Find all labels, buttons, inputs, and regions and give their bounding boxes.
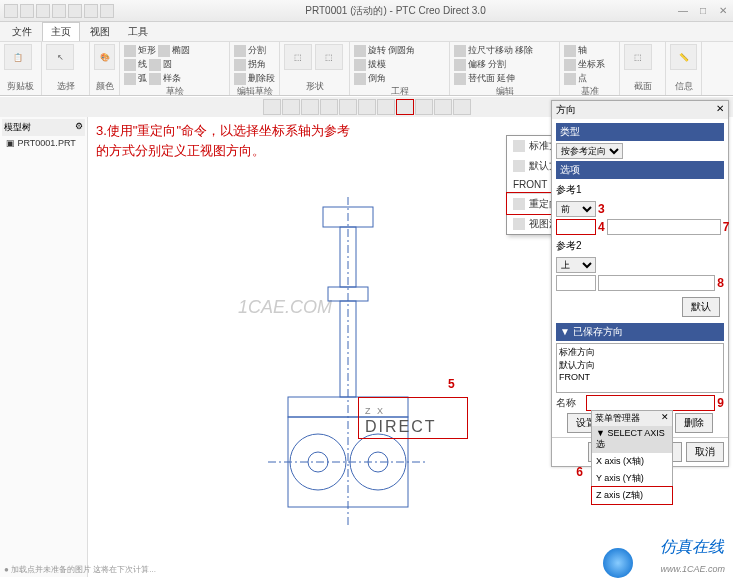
annotation-8: 8 [717, 276, 724, 290]
menu-tabs: 文件 主页 视图 工具 [0, 22, 733, 42]
delete-button[interactable]: 删除 [675, 413, 713, 433]
default-view-icon [513, 160, 525, 172]
type-section: 类型 [556, 123, 724, 141]
reorient-icon [513, 198, 525, 210]
window-controls: — □ ✕ [677, 5, 729, 16]
delete-seg-icon[interactable] [234, 73, 246, 85]
drawing-label: Z X DIRECT [358, 397, 468, 439]
selpanel-close-icon[interactable]: ✕ [661, 412, 669, 425]
tab-home[interactable]: 主页 [42, 22, 80, 41]
prev-view-icon[interactable] [377, 99, 395, 115]
group-section: 截面 [624, 80, 661, 93]
selpanel-title: 菜单管理器✕ [592, 411, 672, 426]
tab-view[interactable]: 视图 [82, 23, 118, 41]
ref1-pick[interactable] [556, 219, 596, 235]
tree-settings-icon[interactable]: ⚙ [75, 121, 83, 134]
select-button[interactable]: ↖ [46, 44, 74, 70]
ref1-value[interactable] [607, 219, 721, 235]
circle-icon[interactable] [149, 59, 161, 71]
qat-refresh-icon[interactable] [84, 4, 98, 18]
window-title: PRT0001 (活动的) - PTC Creo Direct 3.0 [114, 4, 677, 18]
saved-views-icon[interactable] [396, 99, 414, 115]
name-label: 名称 [556, 396, 584, 410]
extrude-button[interactable]: ⬚ [284, 44, 312, 70]
drawing-area: Z X DIRECT [228, 197, 468, 527]
rect-icon[interactable] [124, 45, 136, 57]
group-edit-sketch: 编辑草绘 [234, 85, 275, 98]
standard-view-icon [513, 140, 525, 152]
pan-icon[interactable] [339, 99, 357, 115]
measure-button[interactable]: 📏 [670, 44, 697, 70]
status-bar: ● 加载点并未准备的图片 这将在下次计算... [0, 564, 156, 580]
group-clipboard: 剪贴板 [4, 80, 37, 93]
qat-save-icon[interactable] [36, 4, 50, 18]
tab-tools[interactable]: 工具 [120, 23, 156, 41]
saved-section[interactable]: ▼ 已保存方向 [556, 323, 724, 341]
zoom-fit-icon[interactable] [301, 99, 319, 115]
name-input[interactable] [586, 395, 715, 411]
ref1-direction[interactable]: 前 [556, 201, 596, 217]
zoom-window-icon[interactable] [320, 99, 338, 115]
saved-views-list[interactable]: 标准方向 默认方向 FRONT [556, 343, 724, 393]
brand-logo: 仿真在线 www.1CAE.com [660, 537, 725, 576]
qat-open-icon[interactable] [20, 4, 34, 18]
replace-icon[interactable] [454, 73, 466, 85]
instruction-text: 3.使用"重定向"命令，以选择坐标系轴为参考 的方式分别定义正视图方向。 [96, 121, 350, 160]
move-dim-icon[interactable] [454, 45, 466, 57]
draft-icon[interactable] [354, 59, 366, 71]
split-icon[interactable] [234, 45, 246, 57]
sweep-button[interactable]: ⬚ [315, 44, 343, 70]
axis-icon[interactable] [564, 45, 576, 57]
annotation-icon[interactable] [453, 99, 471, 115]
revolve-icon[interactable] [354, 45, 366, 57]
zoom-out-icon[interactable] [282, 99, 300, 115]
maximize-button[interactable]: □ [697, 5, 709, 16]
options-section: 选项 [556, 161, 724, 179]
selpanel-subtitle: ▼ SELECT AXIS 选 [592, 426, 672, 453]
rotate-icon[interactable] [358, 99, 376, 115]
group-sketch: 草绘 [124, 85, 225, 98]
qat-close-icon[interactable] [100, 4, 114, 18]
qat-new-icon[interactable] [4, 4, 18, 18]
group-color: 颜色 [94, 80, 115, 93]
ref2-pick[interactable] [556, 275, 596, 291]
annotation-5: 5 [448, 377, 455, 391]
chamfer-icon[interactable] [354, 73, 366, 85]
spline-icon[interactable] [149, 73, 161, 85]
ref2-value[interactable] [598, 275, 715, 291]
default-button[interactable]: 默认 [682, 297, 720, 317]
color-button[interactable]: 🎨 [94, 44, 115, 70]
csys-icon[interactable] [564, 59, 576, 71]
sel-z-axis[interactable]: Z axis (Z轴) [592, 487, 672, 504]
ellipse-icon[interactable] [158, 45, 170, 57]
annotation-3: 3 [598, 202, 605, 216]
qat-redo-icon[interactable] [68, 4, 82, 18]
ref2-direction[interactable]: 上 [556, 257, 596, 273]
tree-item[interactable]: ▣ PRT0001.PRT [2, 136, 85, 150]
type-select[interactable]: 按参考定向 [556, 143, 623, 159]
titlebar: PRT0001 (活动的) - PTC Creo Direct 3.0 — □ … [0, 0, 733, 22]
corner-icon[interactable] [234, 59, 246, 71]
panel-title: 方向 ✕ [552, 101, 728, 119]
qat-undo-icon[interactable] [52, 4, 66, 18]
group-shape: 形状 [284, 80, 345, 93]
point-icon[interactable] [564, 73, 576, 85]
offset-icon[interactable] [454, 59, 466, 71]
plane-button[interactable]: ⬚ [624, 44, 652, 70]
sel-x-axis[interactable]: X axis (X轴) [592, 453, 672, 470]
sel-y-axis[interactable]: Y axis (Y轴) [592, 470, 672, 487]
datum-display-icon[interactable] [434, 99, 452, 115]
zoom-in-icon[interactable] [263, 99, 281, 115]
ref2-label: 参考2 [556, 237, 724, 255]
close-button[interactable]: ✕ [717, 5, 729, 16]
annotation-4: 4 [598, 220, 605, 234]
arc-icon[interactable] [124, 73, 136, 85]
panel-close-icon[interactable]: ✕ [716, 103, 724, 117]
model-tree: 模型树⚙ ▣ PRT0001.PRT [0, 117, 88, 577]
line-icon[interactable] [124, 59, 136, 71]
paste-button[interactable]: 📋 [4, 44, 32, 70]
cancel-button[interactable]: 取消 [686, 442, 724, 462]
display-style-icon[interactable] [415, 99, 433, 115]
tab-file[interactable]: 文件 [4, 23, 40, 41]
minimize-button[interactable]: — [677, 5, 689, 16]
